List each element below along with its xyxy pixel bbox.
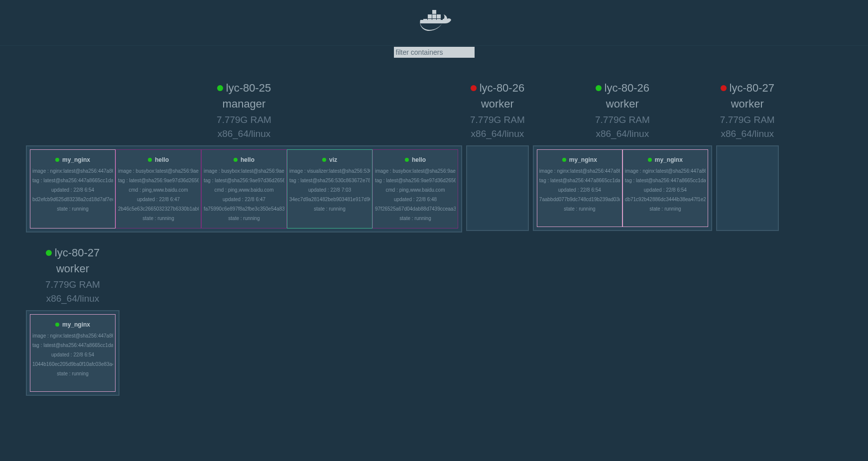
node-status-dot-icon bbox=[596, 85, 602, 91]
container-card[interactable]: my_nginximage : nginx:latest@sha256:447a… bbox=[622, 149, 708, 227]
container-info-line: state : running bbox=[539, 204, 620, 214]
container-info-line: state : running bbox=[625, 204, 706, 214]
container-name: my_nginx bbox=[62, 321, 90, 328]
container-title: hello bbox=[148, 156, 169, 163]
filter-input[interactable] bbox=[394, 47, 475, 58]
running-status-dot-icon bbox=[648, 158, 652, 162]
node-title: lyc-80-26 bbox=[471, 82, 524, 95]
nodes-canvas: lyc-80-25manager7.779G RAMx86_64/linuxmy… bbox=[0, 72, 868, 416]
container-info-line: tag : latest@sha256:447a8665cc1dab95b bbox=[32, 341, 113, 350]
running-status-dot-icon bbox=[148, 158, 152, 162]
node-header: lyc-80-26worker7.779G RAMx86_64/linux bbox=[533, 72, 712, 145]
svg-rect-5 bbox=[432, 14, 436, 18]
container-info-line: image : visualizer:latest@sha256:530c863 bbox=[289, 166, 370, 176]
containers-box: my_nginximage : nginx:latest@sha256:447a… bbox=[26, 310, 120, 396]
container-card[interactable]: vizimage : visualizer:latest@sha256:530c… bbox=[287, 149, 372, 229]
container-info-line: tag : latest@sha256:9ae97d36d26566ff84 bbox=[118, 176, 199, 185]
container-info-line: tag : latest@sha256:9ae97d36d26566ff84 bbox=[204, 176, 284, 185]
container-info-line: image : nginx:latest@sha256:447a8665cc bbox=[32, 166, 113, 176]
container-title: my_nginx bbox=[55, 321, 90, 328]
empty-placeholder bbox=[470, 149, 520, 227]
container-info-line: 34ec7d9a281482beb903481e917d90efef bbox=[289, 195, 370, 204]
node-status-dot-icon bbox=[721, 85, 727, 91]
container-title: viz bbox=[322, 156, 337, 163]
node-name: lyc-80-27 bbox=[730, 82, 774, 95]
container-card[interactable]: helloimage : busybox:latest@sha256:9ae97… bbox=[116, 149, 201, 229]
container-info-line: 2b46c5e63c2665032327b6330b1ab06da7 bbox=[118, 204, 199, 214]
container-info-line: 1044b160ec205d9ba0f10afc03e83a4d474 bbox=[32, 359, 113, 369]
node-title: lyc-80-25 bbox=[217, 82, 271, 95]
container-name: hello bbox=[241, 156, 254, 163]
filter-row bbox=[0, 46, 868, 72]
container-title: my_nginx bbox=[562, 156, 597, 163]
container-info-line: image : busybox:latest@sha256:9ae97d36 bbox=[204, 166, 284, 176]
node-block: lyc-80-27worker7.779G RAMx86_64/linuxmy_… bbox=[26, 236, 120, 396]
node-arch: x86_64/linux bbox=[30, 293, 116, 304]
container-info-line: state : running bbox=[32, 369, 113, 378]
container-name: hello bbox=[155, 156, 169, 163]
container-info-line: updated : 22/8 6:54 bbox=[625, 185, 706, 195]
running-status-dot-icon bbox=[562, 158, 566, 162]
container-info-line: fa75990c6e897f8a2fbe3c350e54a83c3749 bbox=[204, 204, 284, 214]
node-arch: x86_64/linux bbox=[470, 128, 525, 139]
container-info-line: updated : 22/8 6:47 bbox=[204, 195, 284, 204]
node-block: lyc-80-25manager7.779G RAMx86_64/linuxmy… bbox=[26, 72, 462, 232]
node-status-dot-icon bbox=[217, 85, 223, 91]
container-card[interactable]: my_nginximage : nginx:latest@sha256:447a… bbox=[30, 149, 116, 229]
container-title: hello bbox=[405, 156, 426, 163]
node-header: lyc-80-25manager7.779G RAMx86_64/linux bbox=[26, 72, 462, 145]
container-info-line: cmd : ping,www.baidu.com bbox=[204, 185, 284, 195]
container-info-line: state : running bbox=[375, 214, 456, 223]
node-header: lyc-80-27worker7.779G RAMx86_64/linux bbox=[26, 236, 120, 310]
node-role: worker bbox=[470, 98, 525, 111]
container-card[interactable]: my_nginximage : nginx:latest@sha256:447a… bbox=[537, 149, 622, 227]
container-info-line: updated : 22/8 6:54 bbox=[539, 185, 620, 195]
svg-point-8 bbox=[425, 27, 427, 29]
node-ram: 7.779G RAM bbox=[537, 115, 708, 125]
containers-box bbox=[466, 145, 529, 231]
node-block: lyc-80-26worker7.779G RAMx86_64/linux bbox=[466, 72, 529, 232]
node-role: manager bbox=[30, 98, 458, 111]
node-ram: 7.779G RAM bbox=[470, 115, 525, 125]
node-title: lyc-80-27 bbox=[721, 82, 774, 95]
node-role: worker bbox=[720, 98, 775, 111]
container-info-line: tag : latest@sha256:447a8665cc1dab95b bbox=[32, 176, 113, 185]
node-ram: 7.779G RAM bbox=[30, 279, 116, 290]
container-info-line: cmd : ping,www.baidu.com bbox=[118, 185, 199, 195]
containers-box: my_nginximage : nginx:latest@sha256:447a… bbox=[26, 145, 462, 232]
container-info-line: image : nginx:latest@sha256:447a8665cc bbox=[625, 166, 706, 176]
container-info-line: db71c92b42886dc3444b38ea47f1e2e8f9 bbox=[625, 195, 706, 204]
container-info-line: tag : latest@sha256:447a8665cc1dab95b bbox=[625, 176, 706, 185]
container-title: my_nginx bbox=[648, 156, 683, 163]
container-info-line: 97f26525a67d04dab88d7439cceaa3e62b bbox=[375, 204, 456, 214]
container-info-line: state : running bbox=[204, 214, 284, 223]
container-info-line: bd2efcb9d625d83238a2cd18d7af7eddf84 bbox=[32, 195, 113, 204]
node-header: lyc-80-27worker7.779G RAMx86_64/linux bbox=[716, 72, 779, 145]
nodes-row: lyc-80-25manager7.779G RAMx86_64/linuxmy… bbox=[26, 72, 842, 396]
container-info-line: image : nginx:latest@sha256:447a8665cc bbox=[539, 166, 620, 176]
container-title: my_nginx bbox=[55, 156, 90, 163]
container-title: hello bbox=[234, 156, 254, 163]
node-status-dot-icon bbox=[46, 250, 52, 256]
running-status-dot-icon bbox=[234, 158, 238, 162]
container-info-line: 7aabbdd077b9dc748cd19b239ad03c48f9 bbox=[539, 195, 620, 204]
container-name: viz bbox=[329, 156, 337, 163]
node-title: lyc-80-27 bbox=[46, 246, 100, 259]
container-info-line: cmd : ping,www.baidu.com bbox=[375, 185, 456, 195]
node-block: lyc-80-27worker7.779G RAMx86_64/linux bbox=[716, 72, 779, 232]
node-name: lyc-80-25 bbox=[226, 82, 271, 95]
container-info-line: state : running bbox=[118, 214, 199, 223]
node-arch: x86_64/linux bbox=[30, 128, 458, 139]
container-info-line: tag : latest@sha256:530c863672e7830d7 bbox=[289, 176, 370, 185]
running-status-dot-icon bbox=[55, 323, 59, 327]
container-card[interactable]: helloimage : busybox:latest@sha256:9ae97… bbox=[372, 149, 458, 229]
node-role: worker bbox=[537, 98, 708, 111]
node-status-dot-icon bbox=[471, 85, 477, 91]
running-status-dot-icon bbox=[405, 158, 409, 162]
svg-rect-4 bbox=[428, 14, 432, 18]
node-ram: 7.779G RAM bbox=[720, 115, 775, 125]
container-card[interactable]: helloimage : busybox:latest@sha256:9ae97… bbox=[201, 149, 287, 229]
node-arch: x86_64/linux bbox=[537, 128, 708, 139]
container-info-line: state : running bbox=[289, 204, 370, 214]
container-card[interactable]: my_nginximage : nginx:latest@sha256:447a… bbox=[30, 314, 116, 392]
